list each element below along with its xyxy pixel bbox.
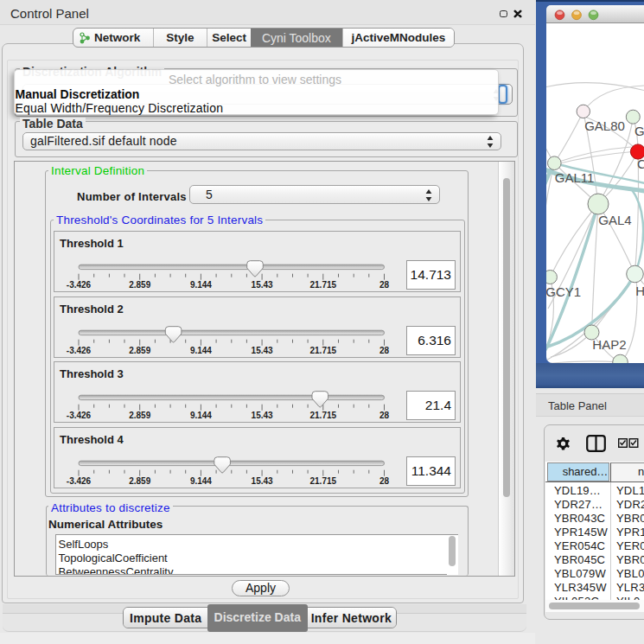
svg-text:HAP2: HAP2 <box>592 337 626 352</box>
svg-text:GCY1: GCY1 <box>546 284 581 299</box>
svg-text:C: C <box>637 156 644 171</box>
svg-text:H: H <box>635 284 644 298</box>
svg-text:GAL11: GAL11 <box>555 170 595 185</box>
svg-text:GAL80: GAL80 <box>584 118 625 133</box>
svg-text:GA: GA <box>634 124 644 138</box>
svg-text:GAL4: GAL4 <box>598 213 631 227</box>
